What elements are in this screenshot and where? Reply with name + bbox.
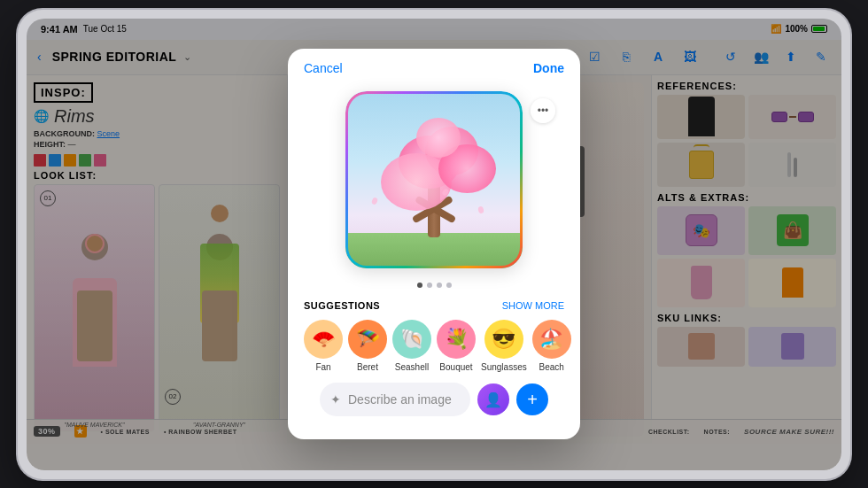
- suggestion-fan[interactable]: 🪭 Fan: [304, 320, 343, 372]
- input-area: ✦ Describe an image 👤 +: [304, 383, 564, 429]
- dot-4[interactable]: [446, 283, 452, 288]
- suggestion-sunglasses[interactable]: 😎 Sunglasses: [481, 320, 527, 372]
- ipad-frame: 9:41 AM Tue Oct 15 📶 100% ‹ SPRING EDITO…: [18, 10, 850, 479]
- describe-input[interactable]: ✦ Describe an image: [320, 383, 470, 416]
- person-button[interactable]: 👤: [477, 383, 509, 415]
- suggestions-header: SUGGESTIONS SHOW MORE: [304, 300, 564, 311]
- suggestion-seashell[interactable]: 🐚 Seashell: [392, 320, 431, 372]
- show-more-button[interactable]: SHOW MORE: [502, 300, 564, 311]
- seashell-label: Seashell: [395, 362, 429, 372]
- suggestions-grid: 🪭 Fan 🪂 Beret 🐚 Seashell 💐: [304, 320, 564, 372]
- fan-icon-circle: 🪭: [304, 320, 343, 359]
- beach-icon-circle: 🏖️: [532, 320, 571, 359]
- suggestions-title: SUGGESTIONS: [304, 300, 380, 311]
- suggestion-bouquet[interactable]: 💐 Bouquet: [437, 320, 476, 372]
- dot-active[interactable]: [417, 283, 422, 288]
- ipad-screen: 9:41 AM Tue Oct 15 📶 100% ‹ SPRING EDITO…: [27, 19, 841, 470]
- modal-header: Cancel Done: [288, 49, 580, 84]
- petal-2: [477, 205, 484, 213]
- suggestion-beach[interactable]: 🏖️ Beach: [532, 320, 571, 372]
- suggestions-section: SUGGESTIONS SHOW MORE 🪭 Fan 🪂 Beret: [288, 291, 580, 439]
- seashell-icon-circle: 🐚: [392, 320, 431, 359]
- bouquet-icon-circle: 💐: [437, 320, 476, 359]
- bouquet-label: Bouquet: [439, 362, 472, 372]
- dots-indicator: [288, 275, 580, 291]
- sunglasses-label: Sunglasses: [481, 362, 527, 372]
- modal-overlay: Cancel Done: [27, 19, 841, 470]
- done-button[interactable]: Done: [533, 61, 564, 75]
- petal-1: [371, 197, 378, 205]
- beret-label: Beret: [357, 362, 378, 372]
- beret-icon-circle: 🪂: [348, 320, 387, 359]
- dot-3[interactable]: [437, 283, 442, 288]
- dot-2[interactable]: [427, 283, 432, 288]
- cherry-blossom-scene: [345, 91, 523, 268]
- generated-image: [345, 91, 523, 268]
- suggestion-beret[interactable]: 🪂 Beret: [348, 320, 387, 372]
- blossom-5: [416, 118, 461, 158]
- describe-placeholder: Describe an image: [348, 392, 452, 407]
- beach-label: Beach: [539, 362, 564, 372]
- sunglasses-icon-circle: 😎: [484, 320, 523, 359]
- plus-button[interactable]: +: [516, 383, 548, 415]
- cancel-button[interactable]: Cancel: [304, 61, 343, 75]
- image-generation-modal: Cancel Done: [288, 49, 580, 439]
- fan-label: Fan: [315, 362, 330, 372]
- describe-sparkle-icon: ✦: [330, 392, 341, 407]
- ground: [345, 233, 523, 268]
- more-options-button[interactable]: •••: [531, 98, 555, 123]
- modal-image-container: •••: [288, 84, 580, 275]
